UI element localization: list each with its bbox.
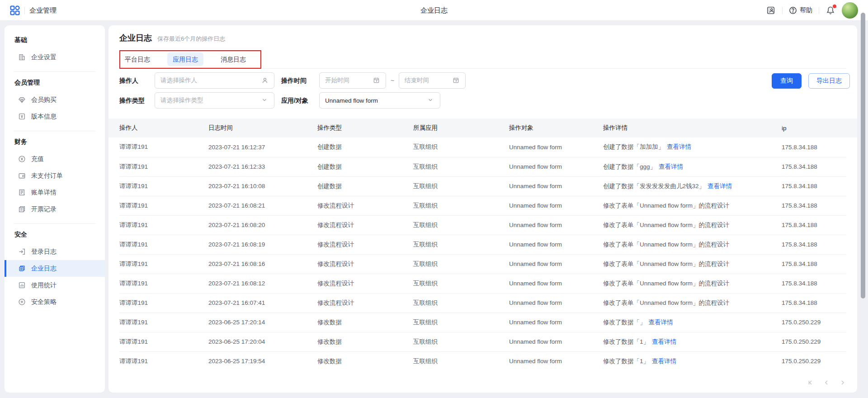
chevron-down-icon bbox=[261, 97, 269, 104]
sidebar-item-label: 账单详情 bbox=[31, 189, 57, 197]
table-row: 谭谭谭191 2023-07-21 16:12:37 创建数据 互联组织 Unn… bbox=[119, 137, 846, 157]
enterprise-log-icon bbox=[18, 265, 26, 272]
start-time-placeholder: 开始时间 bbox=[325, 76, 373, 85]
table-row: 谭谭谭191 2023-07-21 16:08:21 修改流程设计 互联组织 U… bbox=[119, 196, 846, 215]
object-cell: Unnamed flow form bbox=[509, 235, 603, 254]
sidebar-item-label: 未支付订单 bbox=[31, 172, 63, 180]
app-cell: 互联组织 bbox=[413, 274, 509, 293]
next-page-icon[interactable] bbox=[839, 379, 846, 386]
app-cell: 互联组织 bbox=[413, 235, 509, 254]
unpaid-orders-icon bbox=[18, 172, 26, 180]
object-cell: Unnamed flow form bbox=[509, 332, 603, 351]
sidebar-item-label: 会员购买 bbox=[31, 96, 57, 104]
ip-cell: 175.8.34.188 bbox=[782, 293, 846, 313]
sidebar-section-security: 安全 bbox=[5, 230, 105, 239]
start-time-input[interactable]: 开始时间 bbox=[319, 72, 386, 89]
ip-cell: 175.8.34.188 bbox=[782, 235, 846, 254]
calendar-icon bbox=[373, 77, 380, 84]
sidebar-item-member-purchase[interactable]: 会员购买 bbox=[5, 91, 105, 108]
sidebar: 基础 企业设置 会员管理 会员购买 版本信息 财务 bbox=[5, 25, 105, 393]
object-cell: Unnamed flow form bbox=[509, 254, 603, 274]
detail-cell: 修改了表单「Unnamed flow form」的流程设计 bbox=[603, 254, 782, 274]
recharge-icon bbox=[18, 155, 26, 163]
export-log-button[interactable]: 导出日志 bbox=[808, 73, 850, 89]
avatar[interactable] bbox=[842, 2, 858, 19]
sidebar-item-bill-details[interactable]: 账单详情 bbox=[5, 184, 105, 201]
usage-stats-icon bbox=[18, 281, 26, 289]
time-range-separator: ~ bbox=[389, 72, 396, 89]
first-page-icon[interactable] bbox=[807, 379, 814, 386]
type-cell: 修改数据 bbox=[317, 332, 413, 351]
operator-cell: 谭谭谭191 bbox=[119, 293, 208, 313]
version-info-icon bbox=[18, 113, 26, 120]
sidebar-item-usage-stats[interactable]: 使用统计 bbox=[5, 277, 105, 294]
sidebar-item-version-info[interactable]: 版本信息 bbox=[5, 108, 105, 125]
ip-cell: 175.8.34.188 bbox=[782, 157, 846, 176]
type-cell: 修改流程设计 bbox=[317, 254, 413, 274]
sidebar-item-label: 开票记录 bbox=[31, 205, 57, 213]
notifications-button[interactable] bbox=[826, 5, 835, 15]
chevron-down-icon bbox=[427, 97, 434, 104]
detail-cell: 修改了表单「Unnamed flow form」的流程设计 bbox=[603, 274, 782, 293]
app-cell: 互联组织 bbox=[413, 137, 509, 157]
object-cell: Unnamed flow form bbox=[509, 313, 603, 332]
sidebar-item-invoice-records[interactable]: 开票记录 bbox=[5, 201, 105, 218]
operator-cell: 谭谭谭191 bbox=[119, 254, 208, 274]
sidebar-item-company-settings[interactable]: 企业设置 bbox=[5, 49, 105, 66]
sidebar-item-unpaid-orders[interactable]: 未支付订单 bbox=[5, 167, 105, 184]
end-time-input[interactable]: 结束时间 bbox=[399, 72, 466, 89]
operator-input[interactable]: 请选择操作人 bbox=[155, 72, 274, 89]
app-object-value: Unnamed flow form bbox=[325, 97, 427, 104]
operator-cell: 谭谭谭191 bbox=[119, 235, 208, 254]
view-detail-link[interactable]: 查看详情 bbox=[659, 163, 683, 170]
type-cell: 创建数据 bbox=[317, 176, 413, 196]
detail-cell: 创建了数据「ggg」查看详情 bbox=[603, 157, 782, 176]
app-cell: 互联组织 bbox=[413, 332, 509, 351]
tab-application-log[interactable]: 应用日志 bbox=[167, 52, 203, 66]
view-detail-link[interactable]: 查看详情 bbox=[652, 358, 676, 365]
sidebar-item-recharge[interactable]: 充值 bbox=[5, 151, 105, 167]
topbar-page-title: 企业日志 bbox=[0, 0, 868, 21]
prev-page-icon[interactable] bbox=[823, 379, 830, 386]
sidebar-item-label: 使用统计 bbox=[31, 281, 57, 289]
tab-platform-log[interactable]: 平台日志 bbox=[119, 52, 156, 66]
time-cell: 2023-07-21 16:07:41 bbox=[208, 293, 317, 313]
app-cell: 互联组织 bbox=[413, 157, 509, 176]
sidebar-item-enterprise-log[interactable]: 企业日志 bbox=[5, 260, 105, 277]
app-cell: 互联组织 bbox=[413, 215, 509, 235]
sidebar-item-login-log[interactable]: 登录日志 bbox=[5, 243, 105, 260]
ip-cell: 175.8.34.188 bbox=[782, 196, 846, 215]
calendar-icon bbox=[453, 77, 460, 84]
sidebar-item-security-policy[interactable]: 安全策略 bbox=[5, 294, 105, 310]
time-cell: 2023-07-21 16:08:16 bbox=[208, 254, 317, 274]
pagination bbox=[807, 379, 846, 386]
time-label: 操作时间 bbox=[281, 72, 307, 89]
help-button[interactable]: 帮助 bbox=[789, 6, 812, 14]
sidebar-item-label: 版本信息 bbox=[31, 113, 57, 121]
view-detail-link[interactable]: 查看详情 bbox=[652, 338, 676, 345]
security-policy-icon bbox=[18, 298, 26, 306]
operator-cell: 谭谭谭191 bbox=[119, 137, 208, 157]
object-cell: Unnamed flow form bbox=[509, 351, 603, 371]
query-button[interactable]: 查询 bbox=[772, 73, 802, 89]
table-row: 谭谭谭191 2023-07-21 16:08:20 修改流程设计 互联组织 U… bbox=[119, 215, 846, 235]
view-detail-link[interactable]: 查看详情 bbox=[649, 319, 673, 326]
time-cell: 2023-07-21 16:12:33 bbox=[208, 157, 317, 176]
time-cell: 2023-06-25 17:19:54 bbox=[208, 351, 317, 371]
operator-cell: 谭谭谭191 bbox=[119, 176, 208, 196]
view-detail-link[interactable]: 查看详情 bbox=[667, 143, 691, 150]
col-log-time: 日志时间 bbox=[208, 118, 317, 137]
sidebar-divider bbox=[14, 223, 96, 224]
type-select[interactable]: 请选择操作类型 bbox=[155, 92, 274, 109]
object-cell: Unnamed flow form bbox=[509, 176, 603, 196]
contacts-icon[interactable] bbox=[766, 5, 776, 15]
object-cell: Unnamed flow form bbox=[509, 274, 603, 293]
view-detail-link[interactable]: 查看详情 bbox=[708, 183, 732, 190]
tab-message-log[interactable]: 消息日志 bbox=[215, 52, 251, 66]
app-cell: 互联组织 bbox=[413, 351, 509, 371]
time-cell: 2023-07-21 16:08:12 bbox=[208, 274, 317, 293]
page-scrollbar[interactable] bbox=[861, 13, 865, 298]
app-object-select[interactable]: Unnamed flow form bbox=[319, 92, 440, 109]
sidebar-item-label: 充值 bbox=[31, 155, 44, 163]
table-row: 谭谭谭191 2023-07-21 16:10:08 创建数据 互联组织 Unn… bbox=[119, 176, 846, 196]
